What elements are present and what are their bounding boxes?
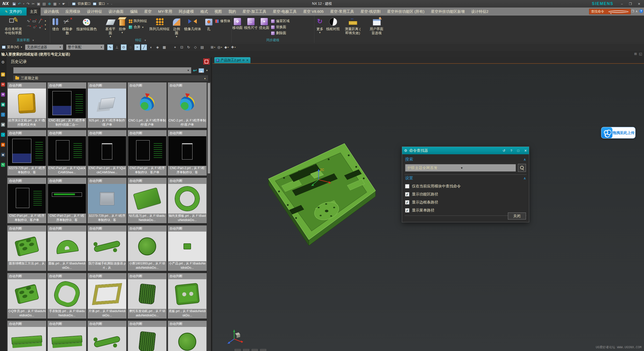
resource-bar-icon[interactable]: ▥ (1, 143, 5, 147)
help-icon[interactable]: ? (639, 9, 643, 13)
search-collapse-icon[interactable]: ∧ (523, 158, 526, 161)
toolbar-icon[interactable]: ◖ (148, 44, 154, 50)
restore-down-icon[interactable]: ❐ (631, 10, 634, 13)
collapse-group-icon[interactable]: ▲ (204, 77, 206, 80)
history-card[interactable]: 自动判断 CNC-Part-2.prt，从 F:\程序单制作\3、客 (47, 178, 86, 223)
history-card[interactable]: 自动判断 32273-729.prt，从 F:\程序单制作\3、客 (7, 130, 46, 176)
remove-parameters-button[interactable]: 移除参数 (62, 17, 73, 35)
search-icon[interactable] (608, 11, 628, 13)
quick-access-icon[interactable]: ▤ (43, 0, 46, 7)
history-card[interactable]: 自动判断 圆形球槽加工方法.prt，从 (7, 225, 46, 271)
hole-button[interactable]: 孔 (204, 17, 213, 31)
history-card[interactable]: 自动判断 CNC-Part-2.prt，从 F:\程序单制作\3、客 (168, 130, 207, 176)
wireframe-contrast-button[interactable]: 线框对照 (326, 17, 340, 31)
history-card[interactable]: 自动判断 医疗器械手机脚趾连接器.prt，从 (87, 225, 127, 271)
ribbon-tab[interactable]: 星空 (141, 8, 155, 16)
ribbon-tab[interactable]: 星空外挂功能区 (所有) (384, 8, 428, 16)
history-card[interactable]: 自动判断 (47, 321, 86, 351)
mirror-geometry-button[interactable]: 镜像几何体 (183, 17, 202, 31)
history-group-header[interactable]: 三星期之前 ▲ (13, 75, 208, 81)
resource-bar-icon[interactable]: ◔ (1, 133, 5, 137)
image-preview-dropdown-icon[interactable]: ▼ (206, 69, 208, 72)
linear-dimension-button[interactable]: ↔ 线性尺寸 (244, 17, 258, 30)
toolbar-icon[interactable]: ⊙ (121, 44, 127, 50)
history-card[interactable]: 自动判断 CNC-Part.prt，从 F:\程序单制作\3、客户单 (128, 130, 167, 176)
checkbox-show-menu-path[interactable] (405, 208, 409, 213)
history-card[interactable]: 自动判断 圆板.prt，从 F:\BaiduNetdiskDo... (47, 225, 86, 271)
undo-arrow-icon[interactable]: ↩ (193, 68, 197, 73)
pattern-feature-button[interactable]: 阵列特征 (129, 19, 147, 23)
toolbar-icon[interactable]: ◌ (128, 44, 133, 50)
quick-access-icon[interactable]: ▦ (53, 0, 57, 7)
ribbon-tab[interactable]: 设计曲面 (105, 8, 127, 16)
dialog-close-icon[interactable]: ✕ (524, 149, 527, 153)
toolbar-icon[interactable]: ↻ (186, 44, 192, 50)
ribbon-tab[interactable]: 星空 V8.605 (300, 8, 327, 16)
expand-icon[interactable]: ◱ (639, 52, 642, 56)
history-card[interactable]: 自动判断 小产品.prt，从 F:\BaiduNetdiskDo... (168, 225, 207, 271)
history-card[interactable]: 自动判断 (128, 321, 167, 351)
history-card[interactable]: 自动判断 (87, 321, 127, 351)
quick-access-icon[interactable]: ☛ (62, 0, 65, 7)
part-reload-icon[interactable]: ⟳ (242, 59, 245, 62)
window-button[interactable]: 窗口 (99, 2, 105, 6)
resource-bar-icon[interactable]: ▤ (1, 73, 5, 77)
sew-button[interactable]: 缝合 (51, 17, 60, 31)
ribbon-tab[interactable]: 星空-线切割 (357, 8, 384, 16)
resource-bar-icon[interactable]: ✚ (1, 93, 5, 97)
unite-button[interactable]: 合并▼ (129, 25, 147, 29)
view-orientation-triad[interactable] (226, 328, 246, 348)
graphics-canvas[interactable]: ZC ⚙ 命令查找器 ↺ ? □ ✕ (213, 64, 644, 351)
settings-collapse-icon[interactable]: ∧ (523, 176, 526, 180)
ribbon-tab[interactable]: 星空-加工工具 (239, 8, 269, 16)
ribbon-tab[interactable]: 设计曲线 (41, 8, 62, 16)
unite-dropdown-icon[interactable]: ▼ (142, 26, 144, 29)
history-card[interactable]: 自动判断 小辉1601993.prt，从 F:\BaiduNetdiskDo..… (128, 225, 167, 271)
ribbon-tab[interactable]: 同步建模 (175, 8, 197, 16)
find-command-box[interactable]: 查找命令 (589, 9, 631, 14)
panel-close-button[interactable] (203, 58, 210, 64)
history-card[interactable]: 自动判断 925.prt，从 F:\程序单制作\客户单 (87, 82, 127, 128)
dialog-search-button[interactable] (518, 164, 526, 172)
dialog-launcher-icon[interactable]: ▼ (32, 39, 34, 42)
tab-file[interactable]: ✎文件(F) (0, 8, 27, 16)
window-dropdown-icon[interactable]: ▾ (107, 0, 109, 7)
feature-dialog-launcher-icon[interactable]: ▼ (144, 39, 146, 42)
switch-window-button[interactable]: 切换窗口 (78, 2, 91, 6)
history-card[interactable]: 自动判断 小Q学员.prt，从 F:\BaiduNetdiskDo... (7, 273, 46, 319)
gallery-scroll-arrows[interactable]: ▲▼▼ (44, 20, 46, 30)
resource-bar-icon[interactable]: ◉ (1, 153, 5, 157)
ribbon-options-icon[interactable]: ⌄ (111, 0, 113, 7)
toolbar-icon[interactable]: ＋ (134, 44, 140, 50)
command-search-combobox[interactable]: 护眼主题全网首发▼ (405, 164, 516, 172)
history-card[interactable]: 自动判断 32273-729.prt，从 F:\程序单制作\3、客 (87, 178, 127, 223)
delete-face-button[interactable]: 删除面 (271, 31, 290, 35)
history-card[interactable]: 自动判断 (168, 321, 207, 351)
toolbar-icon[interactable]: ⊡ (179, 44, 185, 50)
sketch-in-task-env-button[interactable]: 在任务环境中绘制草图 (2, 17, 25, 35)
quick-access-icon[interactable]: ↶ (18, 0, 21, 7)
toolbar-icon[interactable]: ❖ (230, 44, 236, 50)
extrude-dropdown-icon[interactable]: ▼ (121, 31, 123, 34)
assign-feature-color-button[interactable]: 指派特征颜色 (74, 17, 99, 31)
ribbon-tab[interactable]: 设计特征 (84, 8, 105, 16)
dialog-reset-icon[interactable]: ↺ (503, 149, 505, 153)
toolbar-icon[interactable] (206, 44, 209, 50)
history-card[interactable]: 自动判断 CNC-Part-2.prt，从 F:\QuickCAM\Shee..… (87, 130, 127, 176)
window-icon[interactable] (93, 3, 96, 5)
offset-region-button[interactable]: 偏置区域 (271, 19, 290, 23)
ribbon-tab[interactable]: 星空外挂功能区新增 (428, 8, 468, 16)
image-preview-icon[interactable] (199, 68, 204, 73)
gear-icon[interactable]: ⚙ (0, 60, 6, 64)
history-card[interactable]: 自动判断 摩托车发动机.prt，从 F:\BaiduNetdiskDo... (128, 273, 167, 319)
dialog-close-button[interactable]: 关闭 (508, 213, 526, 220)
toolbar-icon[interactable]: ∿ (107, 44, 113, 50)
more-dropdown-icon[interactable]: ▼ (319, 31, 321, 34)
resource-bar-icon[interactable]: ✉ (1, 83, 5, 87)
minimize-button[interactable]: – (621, 2, 623, 6)
sketch-tool-icon[interactable]: ＋ (37, 25, 43, 32)
minimize-ribbon-icon[interactable]: ∧ (635, 10, 638, 13)
sketch-tool-icon[interactable]: ○ (31, 25, 37, 32)
toolbar-icon[interactable]: ◎ (217, 44, 223, 50)
checkbox-show-border-path[interactable] (405, 200, 409, 204)
